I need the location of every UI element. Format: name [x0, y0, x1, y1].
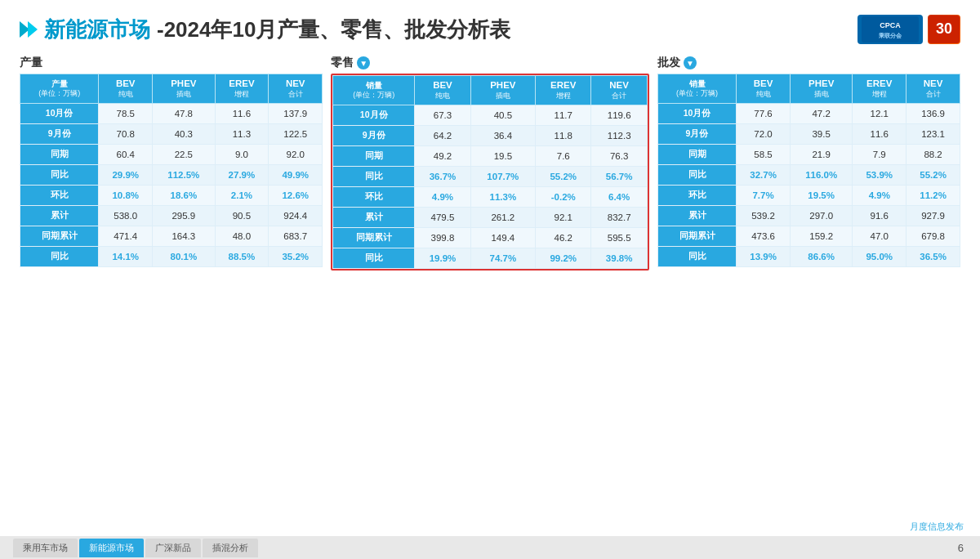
cell-erev: 99.2% [536, 248, 591, 268]
cell-erev: 47.0 [853, 226, 906, 246]
retail-section: 零售 ▼ 销量(单位：万辆) BEV纯电 PHEV插电 EREV增程 NEV合计 [331, 56, 649, 271]
cell-erev: 12.1 [853, 103, 906, 123]
row-label: 同比 [657, 246, 736, 266]
cell-bev: 58.5 [737, 144, 791, 164]
cell-phev: 40.3 [153, 123, 215, 144]
cell-erev: 7.9 [853, 144, 906, 164]
table-row: 同期49.219.57.676.3 [333, 145, 648, 166]
row-label: 环比 [333, 186, 415, 207]
retail-table-wrapper: 销量(单位：万辆) BEV纯电 PHEV插电 EREV增程 NEV合计 10月份… [331, 74, 649, 271]
cell-nev: 12.6% [269, 185, 323, 205]
cell-phev: 47.2 [790, 103, 852, 123]
header-arrows [20, 21, 38, 38]
arrow-icon-2 [28, 21, 38, 38]
table-row: 环比4.9%11.3%-0.2%6.4% [333, 186, 648, 207]
table-row: 9月份70.840.311.3122.5 [20, 123, 323, 144]
cell-nev: 49.9% [269, 164, 323, 185]
cell-bev: 77.6 [737, 103, 791, 123]
cell-erev: 11.3 [215, 123, 269, 144]
cell-phev: 116.0% [790, 164, 852, 185]
cell-bev: 29.9% [99, 164, 153, 185]
cell-nev: 595.5 [591, 227, 647, 248]
prod-col-1: BEV纯电 [99, 74, 153, 104]
cell-phev: 295.9 [153, 205, 215, 226]
row-label: 同期累计 [333, 227, 415, 248]
cell-nev: 136.9 [906, 103, 960, 123]
wholesale-title: 批发 ▼ [657, 56, 960, 70]
logo-cpca: CPCA 乘联分会 [858, 15, 923, 44]
production-section: 产量 产量(单位：万辆) BEV纯电 PHEV插电 EREV增程 NEV合计 1… [20, 56, 323, 267]
table-row: 同期累计473.6159.247.0679.8 [657, 226, 960, 246]
cell-bev: 70.8 [99, 123, 153, 144]
cell-bev: 60.4 [99, 144, 153, 164]
ws-col-3: EREV增程 [853, 74, 906, 104]
table-row: 同期60.422.59.092.0 [20, 144, 323, 164]
bottom-tab-1[interactable]: 新能源市场 [79, 539, 144, 557]
cell-bev: 14.1% [99, 246, 153, 266]
ws-col-0: 销量(单位：万辆) [657, 74, 736, 104]
table-row: 同比19.9%74.7%99.2%39.8% [333, 248, 648, 268]
cell-phev: 40.5 [470, 105, 535, 125]
cell-phev: 149.4 [470, 227, 535, 248]
row-label: 9月份 [333, 125, 415, 145]
cell-nev: 832.7 [591, 207, 647, 227]
cell-phev: 107.7% [470, 166, 535, 186]
cell-erev: -0.2% [536, 186, 591, 207]
cell-nev: 112.3 [591, 125, 647, 145]
ws-col-2: PHEV插电 [790, 74, 852, 104]
cell-phev: 159.2 [790, 226, 852, 246]
table-row: 环比10.8%18.6%2.1%12.6% [20, 185, 323, 205]
cell-nev: 123.1 [906, 123, 960, 144]
table-row: 累计479.5261.292.1832.7 [333, 207, 648, 227]
cell-bev: 473.6 [737, 226, 791, 246]
prod-col-3: EREV增程 [215, 74, 269, 104]
cell-erev: 11.7 [536, 105, 591, 125]
cell-bev: 4.9% [415, 186, 470, 207]
cell-bev: 67.3 [415, 105, 470, 125]
prod-col-4: NEV合计 [269, 74, 323, 104]
row-label: 同期 [333, 145, 415, 166]
cell-bev: 7.7% [737, 185, 791, 205]
cell-bev: 399.8 [415, 227, 470, 248]
row-label: 累计 [657, 205, 736, 226]
retail-col-2: PHEV插电 [470, 76, 535, 105]
table-row: 10月份78.547.811.6137.9 [20, 103, 323, 123]
row-label: 9月份 [657, 123, 736, 144]
row-label: 10月份 [657, 103, 736, 123]
bottom-tab-3[interactable]: 插混分析 [203, 539, 258, 557]
retail-down-icon: ▼ [357, 56, 370, 69]
retail-col-0: 销量(单位：万辆) [333, 76, 415, 105]
cell-phev: 11.3% [470, 186, 535, 207]
cell-erev: 4.9% [853, 185, 906, 205]
cell-bev: 13.9% [737, 246, 791, 266]
header-title: 新能源市场 [44, 16, 150, 44]
ws-col-1: BEV纯电 [737, 74, 791, 104]
wholesale-down-icon: ▼ [684, 56, 697, 69]
cell-erev: 27.9% [215, 164, 269, 185]
cell-nev: 683.7 [269, 226, 323, 246]
cell-phev: 74.7% [470, 248, 535, 268]
cell-nev: 36.5% [906, 246, 960, 266]
cell-phev: 39.5 [790, 123, 852, 144]
table-row: 同比13.9%86.6%95.0%36.5% [657, 246, 960, 266]
cell-erev: 11.6 [853, 123, 906, 144]
svg-text:乘联分会: 乘联分会 [879, 32, 902, 39]
cell-erev: 53.9% [853, 164, 906, 185]
cell-bev: 19.9% [415, 248, 470, 268]
tables-row: 产量 产量(单位：万辆) BEV纯电 PHEV插电 EREV增程 NEV合计 1… [20, 56, 960, 271]
retail-col-4: NEV合计 [591, 76, 647, 105]
production-title: 产量 [20, 56, 323, 70]
ws-col-4: NEV合计 [906, 74, 960, 104]
cell-phev: 36.4 [470, 125, 535, 145]
cell-bev: 49.2 [415, 145, 470, 166]
cell-nev: 6.4% [591, 186, 647, 207]
cell-bev: 539.2 [737, 205, 791, 226]
cell-phev: 47.8 [153, 103, 215, 123]
cell-phev: 86.6% [790, 246, 852, 266]
prod-col-2: PHEV插电 [153, 74, 215, 104]
cell-phev: 19.5% [790, 185, 852, 205]
cell-bev: 471.4 [99, 226, 153, 246]
production-table: 产量(单位：万辆) BEV纯电 PHEV插电 EREV增程 NEV合计 10月份… [20, 74, 323, 267]
bottom-tab-2[interactable]: 广深新品 [145, 539, 201, 557]
bottom-tab-0[interactable]: 乘用车市场 [13, 539, 78, 557]
